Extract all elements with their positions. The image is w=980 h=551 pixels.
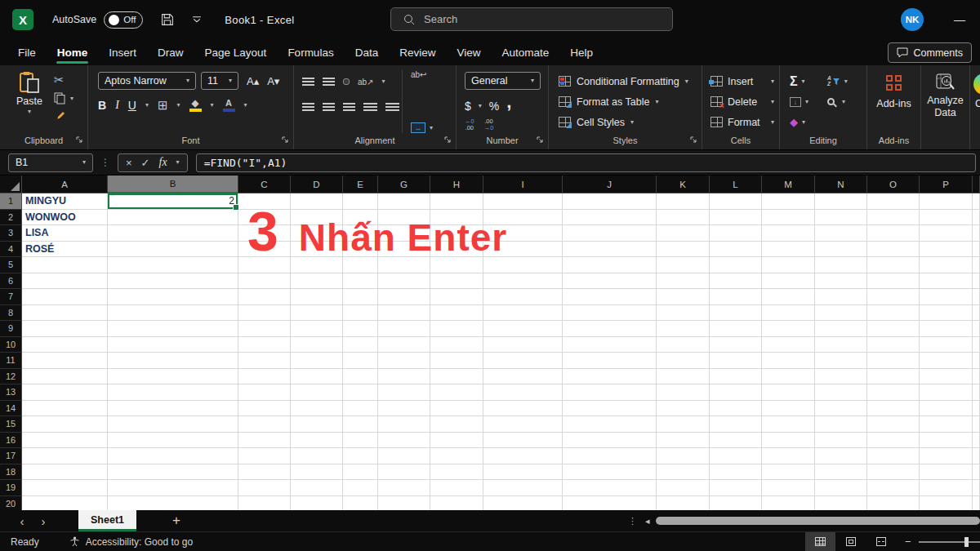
cell-N18[interactable] [815,464,867,481]
cell-K17[interactable] [657,448,710,464]
cell-K8[interactable] [657,305,710,322]
format-painter-button[interactable] [54,109,65,121]
cell-O19[interactable] [867,480,920,496]
cell-J1[interactable] [563,193,657,210]
cell-N17[interactable] [815,448,867,464]
decrease-font-button[interactable]: A▾ [267,75,279,87]
cell-B5[interactable] [108,257,238,273]
cell-I16[interactable] [483,433,563,449]
cell-J2[interactable] [563,210,657,226]
cell-C19[interactable] [238,480,291,496]
cell-E17[interactable] [343,448,378,464]
cell-G14[interactable] [378,401,430,417]
cell-H11[interactable] [430,353,483,369]
cell-A9[interactable] [22,321,108,337]
cell-P5[interactable] [920,257,973,273]
row-header-10[interactable]: 10 [0,337,22,353]
cell-L19[interactable] [710,480,762,496]
bottom-align-button[interactable] [343,78,350,85]
cell-C7[interactable] [238,289,291,305]
cell-A8[interactable] [22,305,108,322]
cell-A18[interactable] [22,464,108,481]
cell-B8[interactable] [108,305,238,322]
cell-H8[interactable] [430,305,483,322]
cell-H18[interactable] [430,464,483,481]
cell-N13[interactable] [815,384,867,401]
middle-align-button[interactable] [323,78,335,86]
search-input[interactable]: Search [390,7,673,31]
cell-K12[interactable] [657,369,710,385]
cell-P13[interactable] [920,384,973,401]
cell-A16[interactable] [22,433,108,449]
cell-E8[interactable] [343,305,378,322]
cell-E20[interactable] [343,496,378,511]
cell-N15[interactable] [815,416,867,433]
cell-O16[interactable] [867,433,920,449]
bold-button[interactable]: B [98,99,106,112]
cell-D17[interactable] [291,448,343,464]
cell-I1[interactable] [483,193,563,210]
dialog-launcher-icon[interactable] [537,136,544,144]
cell-C15[interactable] [238,416,291,433]
cell-N19[interactable] [815,480,867,496]
cell-x11[interactable] [973,353,980,369]
clear-button[interactable]: ◆ ▾ [790,116,827,128]
font-name-combo[interactable]: Aptos Narrow ▾ [98,72,196,90]
cell-J11[interactable] [563,353,657,369]
cell-J15[interactable] [563,416,657,433]
cell-C10[interactable] [238,337,291,353]
cell-K15[interactable] [657,416,710,433]
cell-I9[interactable] [483,321,563,337]
cell-L1[interactable] [710,193,762,210]
cell-M2[interactable] [762,210,815,226]
cell-A4[interactable]: ROSÉ [22,242,108,258]
cell-J3[interactable] [563,225,657,242]
cell-M16[interactable] [762,433,815,449]
cell-C6[interactable] [238,273,291,290]
cell-x9[interactable] [973,321,980,337]
cell-C12[interactable] [238,369,291,385]
cell-G4[interactable] [378,242,430,258]
cell-K18[interactable] [657,464,710,481]
dialog-launcher-icon[interactable] [282,136,289,144]
cell-J4[interactable] [563,242,657,258]
fill-color-button[interactable]: ◆ [189,100,202,112]
zoom-slider-thumb[interactable] [964,537,969,547]
cell-G17[interactable] [378,448,430,464]
cell-J5[interactable] [563,257,657,273]
increase-decimal-button[interactable]: ←0 .00 [465,118,474,131]
cell-O4[interactable] [867,242,920,258]
cell-C5[interactable] [238,257,291,273]
cell-M3[interactable] [762,225,815,242]
prev-sheet-button[interactable]: ‹ [11,514,33,528]
autosum-button[interactable]: Σ ▾ [790,74,827,89]
cell-D2[interactable] [291,210,343,226]
cell-J17[interactable] [563,448,657,464]
cell-C9[interactable] [238,321,291,337]
cell-M12[interactable] [762,369,815,385]
increase-indent-button[interactable] [385,103,399,111]
top-align-button[interactable] [302,78,314,86]
cell-O18[interactable] [867,464,920,481]
cell-D13[interactable] [291,384,343,401]
copy-button[interactable] [54,92,65,104]
row-header-5[interactable]: 5 [0,257,22,273]
cell-B13[interactable] [108,384,238,401]
cell-O8[interactable] [867,305,920,322]
align-left-button[interactable] [302,103,314,111]
col-header-N[interactable]: N [815,176,867,193]
cell-I14[interactable] [483,401,563,417]
analyze-data-button[interactable] [936,73,956,91]
format-as-table-button[interactable]: Format as Table ▾ [559,91,702,112]
cell-G16[interactable] [378,433,430,449]
cell-M20[interactable] [762,496,815,511]
cell-D18[interactable] [291,464,343,481]
find-select-button[interactable]: ▾ [827,98,865,105]
cell-E4[interactable] [343,242,378,258]
cell-B12[interactable] [108,369,238,385]
cell-I19[interactable] [483,480,563,496]
copilot-icon[interactable] [973,73,980,95]
cell-H12[interactable] [430,369,483,385]
cell-M9[interactable] [762,321,815,337]
cell-A6[interactable] [22,273,108,290]
